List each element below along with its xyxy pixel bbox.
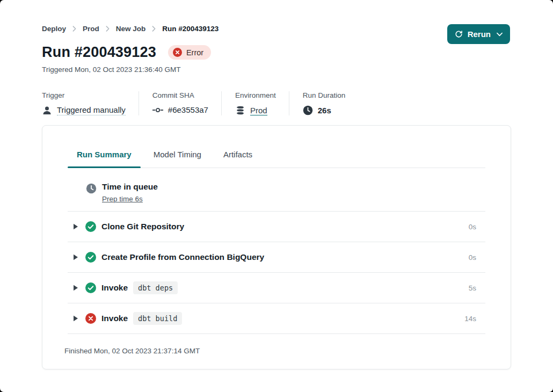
meta-duration-label: Run Duration (303, 91, 346, 99)
chevron-right-icon (72, 26, 76, 32)
expand-caret-icon[interactable] (73, 254, 78, 260)
rerun-button[interactable]: Rerun (447, 24, 510, 44)
rerun-button-label: Rerun (468, 30, 491, 39)
expand-caret-icon[interactable] (73, 285, 78, 291)
tab-artifacts[interactable]: Artifacts (214, 150, 261, 168)
triggered-timestamp: Triggered Mon, 02 Oct 2023 21:36:40 GMT (42, 66, 510, 74)
commit-icon (152, 107, 163, 113)
tab-model-timing[interactable]: Model Timing (144, 150, 210, 168)
status-badge-label: Error (186, 48, 203, 57)
step-duration: 0s (469, 223, 476, 231)
meta-environment-label: Environment (235, 91, 276, 99)
breadcrumb-current-run: Run #200439123 (162, 25, 219, 33)
time-in-queue-section: Time in queue Prep time 6s (68, 168, 485, 212)
success-check-icon (85, 282, 96, 293)
step-row-invoke-dbt-deps[interactable]: Invoke dbt deps 5s (68, 273, 485, 303)
meta-trigger: Trigger Triggered manually (42, 91, 139, 115)
step-duration: 14s (464, 315, 476, 323)
status-badge: Error (168, 45, 211, 60)
page-title: Run #200439123 (42, 44, 156, 61)
meta-run-duration: Run Duration 26s (289, 91, 359, 115)
breadcrumb-deploy[interactable]: Deploy (42, 25, 66, 33)
step-duration: 5s (469, 284, 476, 292)
step-row-invoke-dbt-build[interactable]: Invoke dbt build 14s (68, 303, 485, 334)
person-icon (42, 105, 52, 115)
chevron-right-icon (152, 26, 156, 32)
breadcrumb-prod[interactable]: Prod (83, 25, 99, 33)
meta-commit-label: Commit SHA (152, 91, 208, 99)
commit-sha-value: #6e3553a7 (168, 105, 208, 114)
step-duration: 0s (469, 253, 476, 262)
chevron-right-icon (106, 26, 110, 32)
run-duration-value: 26s (318, 106, 331, 115)
step-command-chip: dbt deps (133, 281, 178, 294)
prep-time-link[interactable]: Prep time 6s (102, 195, 143, 203)
meta-trigger-label: Trigger (42, 91, 126, 99)
chevron-down-icon (497, 32, 503, 37)
title-row: Run #200439123 Error (42, 44, 510, 61)
run-detail-page: Deploy Prod New Job Run #200439123 Run #… (0, 0, 553, 392)
meta-commit-sha: Commit SHA #6e3553a7 (139, 91, 222, 115)
finished-timestamp: Finished Mon, 02 Oct 2023 21:37:14 GMT (64, 334, 485, 369)
run-meta-row: Trigger Triggered manually Commit SHA #6… (0, 91, 553, 115)
step-label: Invoke (101, 314, 128, 323)
clock-icon (303, 105, 313, 115)
expand-caret-icon[interactable] (73, 315, 78, 322)
queue-title: Time in queue (102, 182, 158, 192)
trigger-value[interactable]: Triggered manually (57, 105, 126, 115)
error-circle-icon (85, 313, 96, 324)
breadcrumb: Deploy Prod New Job Run #200439123 (42, 25, 510, 33)
success-check-icon (85, 252, 96, 263)
success-check-icon (85, 221, 96, 232)
error-circle-icon (173, 48, 182, 57)
page-header: Deploy Prod New Job Run #200439123 Run #… (0, 0, 553, 74)
environment-link[interactable]: Prod (250, 106, 267, 115)
queue-clock-icon (86, 182, 97, 204)
breadcrumb-new-job[interactable]: New Job (116, 25, 146, 33)
database-icon (235, 105, 245, 115)
tab-run-summary[interactable]: Run Summary (68, 150, 141, 168)
meta-environment: Environment Prod (222, 91, 289, 115)
tab-bar: Run Summary Model Timing Artifacts (68, 126, 485, 168)
refresh-icon (455, 30, 463, 38)
step-label: Invoke (101, 283, 128, 293)
expand-caret-icon[interactable] (73, 223, 78, 230)
step-label: Clone Git Repository (101, 222, 184, 231)
step-row-clone-git[interactable]: Clone Git Repository 0s (68, 212, 485, 242)
run-summary-card: Run Summary Model Timing Artifacts Time … (42, 125, 511, 369)
step-command-chip: dbt build (133, 312, 182, 325)
step-label: Create Profile from Connection BigQuery (101, 252, 264, 262)
step-row-create-profile[interactable]: Create Profile from Connection BigQuery … (68, 242, 485, 273)
